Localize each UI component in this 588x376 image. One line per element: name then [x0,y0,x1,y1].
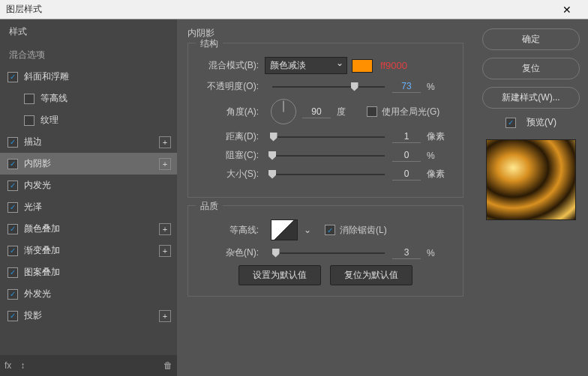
trash-icon[interactable]: 🗑 [164,360,172,371]
noise-unit: % [427,248,449,258]
titlebar: 图层样式 ✕ [0,0,588,19]
effect-inner-glow[interactable]: 内发光 [0,175,177,196]
checkbox-icon[interactable] [8,246,18,256]
add-icon[interactable]: + [159,310,171,322]
structure-fieldset: 结构 混合模式(B): 颜色减淡 ff9000 不透明度(O): % 角度(A)… [188,43,464,198]
checkbox-icon[interactable] [8,159,18,169]
add-icon[interactable]: + [159,223,171,235]
noise-row: 杂色(N): % [197,246,454,259]
effect-stroke[interactable]: 描边 + [0,131,177,153]
blend-mode-dropdown[interactable]: 颜色减淡 [265,57,347,74]
distance-unit: 像素 [427,130,449,143]
checkbox-icon[interactable] [8,289,18,300]
size-input[interactable] [392,168,421,181]
opacity-label: 不透明度(O): [197,80,265,93]
choke-row: 阻塞(C): % [197,149,454,162]
checkbox-icon[interactable] [8,311,18,321]
distance-input[interactable] [392,130,421,143]
effect-satin[interactable]: 光泽 [0,196,177,218]
effect-pattern-overlay[interactable]: 图案叠加 [0,261,177,283]
styles-header[interactable]: 样式 [0,19,177,44]
effects-footer: fx ↕ 🗑 [0,355,177,376]
arrows-icon[interactable]: ↕ [20,360,25,371]
effect-label: 内阴影 [24,157,159,170]
checkbox-icon [367,106,377,117]
effect-color-overlay[interactable]: 颜色叠加 + [0,218,177,240]
ok-button[interactable]: 确定 [482,28,580,50]
effect-label: 颜色叠加 [24,222,159,235]
opacity-input[interactable] [392,80,421,93]
checkbox-icon[interactable] [8,202,18,213]
size-row: 大小(S): 像素 [197,168,454,181]
quality-legend: 品质 [196,200,223,213]
size-slider[interactable] [272,174,385,175]
distance-slider[interactable] [272,136,385,138]
effect-label: 内发光 [24,179,171,192]
effect-contour[interactable]: 等高线 [0,88,177,109]
checkbox-icon[interactable] [8,224,18,234]
new-style-button[interactable]: 新建样式(W)... [482,87,580,109]
effect-label: 图案叠加 [24,266,171,279]
checkbox-icon [325,225,335,235]
effect-label: 描边 [24,136,159,148]
checkbox-icon[interactable] [8,267,18,278]
angle-input[interactable] [302,106,331,118]
blend-options-header[interactable]: 混合选项 [0,44,177,66]
color-hex-text: ff9000 [380,60,407,71]
noise-label: 杂色(N): [197,246,265,259]
checkbox-icon[interactable] [8,137,18,148]
opacity-row: 不透明度(O): % [197,80,454,93]
angle-dial[interactable] [271,99,296,124]
angle-unit: 度 [337,106,359,118]
window-title: 图层样式 [6,3,552,16]
reset-default-button[interactable]: 复位为默认值 [330,265,412,285]
checkbox-icon[interactable] [8,72,18,82]
blend-mode-row: 混合模式(B): 颜色减淡 ff9000 [197,57,454,74]
add-icon[interactable]: + [159,158,171,170]
checkbox-icon[interactable] [24,94,34,104]
blend-mode-label: 混合模式(B): [197,59,265,72]
cancel-button[interactable]: 复位 [482,58,580,79]
effect-inner-shadow[interactable]: 内阴影 + [0,153,177,175]
effect-gradient-overlay[interactable]: 渐变叠加 + [0,240,177,261]
color-swatch[interactable] [352,59,373,73]
add-icon[interactable]: + [159,245,171,257]
effect-bevel-emboss[interactable]: 斜面和浮雕 [0,66,177,88]
panel-title: 内阴影 [188,27,464,40]
choke-slider[interactable] [272,155,385,157]
antialias-label: 消除锯齿(L) [340,224,387,237]
choke-label: 阻塞(C): [197,149,265,162]
effect-texture[interactable]: 纹理 [0,109,177,131]
effects-list-panel: 样式 混合选项 斜面和浮雕 等高线 纹理 描边 + 内阴影 + 内发光 [0,19,177,376]
chevron-down-icon[interactable]: ⌄ [304,225,311,235]
choke-input[interactable] [392,149,421,162]
distance-row: 距离(D): 像素 [197,130,454,143]
actions-panel: 确定 复位 新建样式(W)... 预览(V) [474,19,588,376]
checkbox-icon[interactable] [24,115,34,126]
effect-outer-glow[interactable]: 外发光 [0,283,177,305]
effect-label: 纹理 [40,114,171,127]
effect-drop-shadow[interactable]: 投影 + [0,305,177,327]
close-button[interactable]: ✕ [552,0,582,19]
structure-legend: 结构 [196,37,223,50]
noise-input[interactable] [392,246,421,259]
quality-fieldset: 品质 等高线: ⌄ 消除锯齿(L) 杂色(N): % 设置为默认值 复位为默认值 [188,205,464,297]
add-icon[interactable]: + [159,136,171,148]
effect-label: 等高线 [40,92,171,105]
preview-thumbnail [486,139,576,220]
set-default-button[interactable]: 设置为默认值 [238,265,321,285]
noise-slider[interactable] [272,252,385,254]
effect-label: 投影 [24,309,159,322]
effect-label: 斜面和浮雕 [24,70,171,83]
contour-picker[interactable] [271,219,298,240]
preview-checkbox[interactable]: 预览(V) [506,116,556,129]
fx-icon[interactable]: fx [4,360,11,371]
opacity-slider[interactable] [272,86,385,88]
choke-unit: % [427,151,449,161]
global-light-checkbox[interactable]: 使用全局光(G) [367,106,440,118]
checkbox-icon[interactable] [8,181,18,191]
antialias-checkbox[interactable]: 消除锯齿(L) [325,224,387,237]
size-label: 大小(S): [197,168,265,181]
contour-label: 等高线: [197,224,265,237]
settings-panel: 内阴影 结构 混合模式(B): 颜色减淡 ff9000 不透明度(O): % 角… [177,19,474,376]
